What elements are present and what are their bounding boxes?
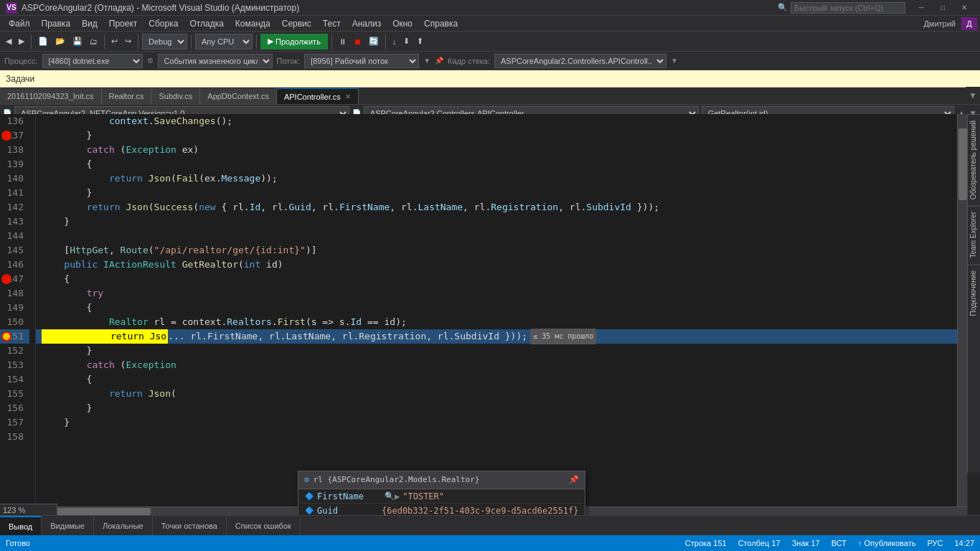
menu-project[interactable]: Проект [103,17,143,30]
tab-init[interactable]: 20161102094323_Init.cs [0,88,102,104]
timing-badge: ≤ 35 мс прошло [530,329,596,344]
status-time: 14:27 [954,539,974,547]
thread-dropdown[interactable]: [8956] Рабочий поток [304,54,419,68]
menu-tools[interactable]: Сервис [276,17,317,30]
status-publish[interactable]: ↑ Опубликовать [858,539,915,547]
undo-button[interactable]: ↩ [108,33,121,50]
breakpoint-current-151[interactable] [1,331,11,342]
back-button[interactable]: ◀ [3,33,14,50]
gutter-146: 146 [0,258,29,272]
breakpoint-137[interactable] [1,131,11,141]
tab-locals[interactable]: Локальные [94,516,153,536]
tab-subdiv[interactable]: Subdiv.cs [151,88,200,104]
restart-button[interactable]: 🔄 [366,33,382,50]
tab-breakpoints[interactable]: Точки останова [153,516,227,536]
line-numbers-gutter: 136 137 138 139 140 141 142 143 144 145 … [0,114,36,515]
right-side-labels: Обозреватель решений Team Explorer Подкл… [967,114,980,473]
datatip-popup: ⚙ rl {ASPCoreAngular2.Models.Realtor} 📌 … [298,471,585,515]
forward-button[interactable]: ▶ [16,33,27,50]
datatip-row-firstname[interactable]: 🔷 FirstName 🔍 ▶ "TOSTER" [298,489,585,504]
process-dropdown[interactable]: [4860] dotnet.exe [42,54,143,68]
pause-button[interactable]: ⏸ [336,33,349,50]
continue-label: Продолжить [275,37,321,46]
menu-edit[interactable]: Правка [36,17,77,30]
dt-value-firstname: "TOSTER" [402,489,444,504]
code-line-154: { [36,372,967,387]
tab-output[interactable]: Вывод [0,516,42,536]
datatip-row-guid[interactable]: 🔷 Guid {6ed0b332-2f51-403c-9ce9-d5acd6e2… [298,504,585,515]
status-right: Строка 151 Столбец 17 Знак 17 ВСТ ↑ Опуб… [685,539,974,547]
open-button[interactable]: 📂 [52,33,68,50]
stop-button[interactable]: ⏹ [351,33,364,50]
step-out-button[interactable]: ⬆ [414,33,426,50]
vertical-scrollbar[interactable] [957,114,967,515]
new-file-button[interactable]: 📄 [35,33,51,50]
tab-visible[interactable]: Видимые [42,516,94,536]
tab-close-icon[interactable]: ✕ [345,93,351,100]
debug-config-dropdown[interactable]: Debug [142,34,187,50]
tasks-bar: Задачи [0,70,980,88]
status-row-value: 151 [713,539,726,547]
menu-window[interactable]: Окно [387,17,418,30]
toolbar-sep5 [256,34,257,49]
menu-view[interactable]: Вид [76,17,103,30]
quick-launch-input[interactable] [791,2,905,14]
tab-apicontroller[interactable]: APIController.cs ✕ [277,88,359,104]
status-char-value: 17 [811,539,819,547]
step-into-button[interactable]: ⬇ [400,33,413,50]
lifecycle-dropdown[interactable]: События жизненного цикла [158,54,273,68]
zoom-bar: 123 % [0,504,57,515]
menu-build[interactable]: Сборка [143,17,184,30]
gutter-152: 152 [0,344,29,358]
tab-scroll-button[interactable]: ▼ [966,87,980,104]
gutter-148: 148 [0,286,29,301]
user-avatar[interactable]: Д [961,17,977,30]
save-all-button[interactable]: 🗂 [87,33,100,50]
stack-dropdown[interactable]: ASPCoreAngular2.Controllers.APIControll.… [494,54,666,68]
datatip-icon: ⚙ [304,473,309,487]
close-button[interactable]: ✕ [954,1,974,14]
gutter-142: 142 [0,200,29,215]
connect-label[interactable]: Подключение [968,264,980,321]
tab-subdiv-label: Subdiv.cs [159,92,192,100]
gutter-156: 156 [0,401,29,415]
toolbar-sep2 [104,34,105,49]
redo-button[interactable]: ↪ [122,33,134,50]
menu-team[interactable]: Команда [230,17,276,30]
menu-file[interactable]: Файл [3,17,36,30]
menu-test[interactable]: Тест [317,17,347,30]
title-bar: VS ASPCoreAngular2 (Отладка) - Microsoft… [0,0,980,16]
code-line-148: try [36,286,967,301]
menu-debug[interactable]: Отладка [184,17,229,30]
code-line-158 [36,430,967,444]
menu-analyze[interactable]: Анализ [347,17,387,30]
status-bar: Готово Строка 151 Столбец 17 Знак 17 ВСТ… [0,535,980,551]
gutter-149: 149 [0,301,29,315]
team-explorer-label[interactable]: Team Explorer [968,205,980,263]
continue-button[interactable]: ▶ Продолжить [260,34,328,50]
code-area[interactable]: context.SaveChanges(); } catch (Exceptio… [36,114,967,515]
tab-appdbcontext-label: AppDbContext.cs [207,92,269,100]
search-icon-firstname[interactable]: 🔍 [385,489,395,504]
step-over-button[interactable]: ↓ [390,33,400,50]
user-name: Дмитрий [923,19,961,28]
breakpoint-147[interactable] [1,274,11,284]
gutter-139: 139 [0,157,29,171]
datatip-pin-icon[interactable]: 📌 [569,473,579,487]
tab-appdbcontext[interactable]: AppDbContext.cs [200,88,277,104]
tab-realtor[interactable]: Realtor.cs [102,88,152,104]
code-line-145: [HttpGet, Route("/api/realtor/get/{id:in… [36,243,967,258]
maximize-button[interactable]: □ [933,1,953,14]
toolbar-sep3 [138,34,138,49]
minimize-button[interactable]: ─ [911,1,931,14]
window-controls: ─ □ ✕ [911,1,974,14]
cpu-dropdown[interactable]: Any CPU [195,34,253,50]
save-button[interactable]: 💾 [70,33,85,50]
solution-explorer-label[interactable]: Обозреватель решений [968,114,980,205]
tab-errors[interactable]: Список ошибок [227,516,301,536]
code-line-153: catch (Exception [36,358,967,372]
menu-help[interactable]: Справка [418,17,463,30]
code-line-143: } [36,215,967,229]
code-line-141: } [36,186,967,200]
v-scroll-thumb[interactable] [958,128,967,200]
